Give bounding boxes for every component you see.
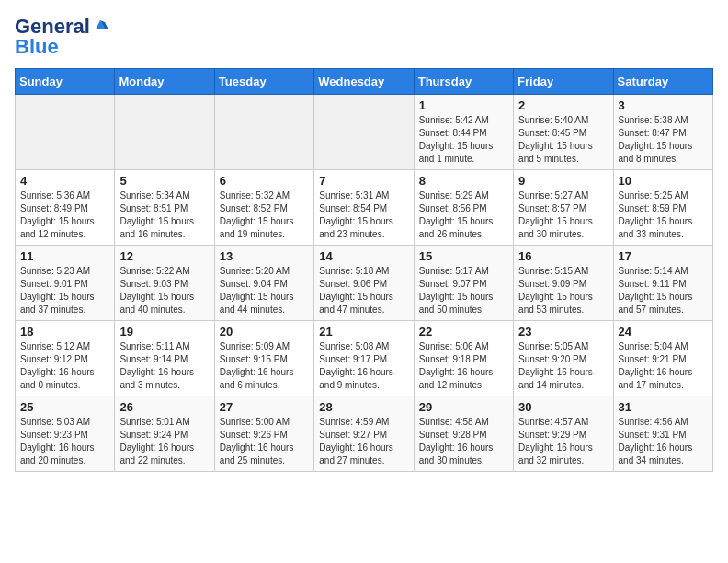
column-header-tuesday: Tuesday xyxy=(214,69,313,95)
column-header-monday: Monday xyxy=(115,69,214,95)
calendar-cell: 14Sunrise: 5:18 AM Sunset: 9:06 PM Dayli… xyxy=(314,246,414,321)
day-info: Sunrise: 5:22 AM Sunset: 9:03 PM Dayligh… xyxy=(119,265,209,316)
day-info: Sunrise: 5:42 AM Sunset: 8:44 PM Dayligh… xyxy=(419,114,508,166)
calendar-cell: 8Sunrise: 5:29 AM Sunset: 8:56 PM Daylig… xyxy=(414,170,513,246)
calendar-cell: 11Sunrise: 5:23 AM Sunset: 9:01 PM Dayli… xyxy=(16,246,115,321)
column-header-wednesday: Wednesday xyxy=(314,69,414,95)
day-number: 13 xyxy=(220,249,309,263)
column-header-sunday: Sunday xyxy=(16,69,115,95)
day-number: 28 xyxy=(319,400,408,414)
day-number: 15 xyxy=(419,249,508,263)
day-info: Sunrise: 5:23 AM Sunset: 9:01 PM Dayligh… xyxy=(20,265,109,316)
day-info: Sunrise: 5:18 AM Sunset: 9:06 PM Dayligh… xyxy=(319,265,408,316)
day-info: Sunrise: 5:03 AM Sunset: 9:23 PM Dayligh… xyxy=(20,416,109,467)
column-header-friday: Friday xyxy=(514,69,613,95)
day-number: 19 xyxy=(119,325,209,339)
day-info: Sunrise: 5:08 AM Sunset: 9:17 PM Dayligh… xyxy=(319,340,408,392)
calendar-cell: 19Sunrise: 5:11 AM Sunset: 9:14 PM Dayli… xyxy=(115,321,214,396)
calendar-cell: 23Sunrise: 5:05 AM Sunset: 9:20 PM Dayli… xyxy=(514,321,613,396)
day-info: Sunrise: 5:12 AM Sunset: 9:12 PM Dayligh… xyxy=(20,340,109,392)
calendar-cell: 2Sunrise: 5:40 AM Sunset: 8:45 PM Daylig… xyxy=(514,95,613,170)
calendar-cell: 10Sunrise: 5:25 AM Sunset: 8:59 PM Dayli… xyxy=(613,170,712,246)
calendar-cell: 13Sunrise: 5:20 AM Sunset: 9:04 PM Dayli… xyxy=(214,246,313,321)
day-info: Sunrise: 5:04 AM Sunset: 9:21 PM Dayligh… xyxy=(619,340,708,392)
page-header: General Blue xyxy=(15,15,713,59)
day-info: Sunrise: 5:29 AM Sunset: 8:56 PM Dayligh… xyxy=(419,190,508,241)
calendar-cell xyxy=(16,95,115,170)
day-info: Sunrise: 4:56 AM Sunset: 9:31 PM Dayligh… xyxy=(619,416,708,467)
day-number: 9 xyxy=(518,174,608,188)
calendar-cell: 30Sunrise: 4:57 AM Sunset: 9:29 PM Dayli… xyxy=(514,396,613,472)
day-number: 6 xyxy=(220,174,309,188)
calendar-cell: 22Sunrise: 5:06 AM Sunset: 9:18 PM Dayli… xyxy=(414,321,513,396)
calendar-cell xyxy=(115,95,214,170)
calendar-cell: 28Sunrise: 4:59 AM Sunset: 9:27 PM Dayli… xyxy=(314,396,414,472)
day-info: Sunrise: 5:01 AM Sunset: 9:24 PM Dayligh… xyxy=(119,416,209,467)
day-number: 23 xyxy=(518,325,608,339)
day-info: Sunrise: 5:25 AM Sunset: 8:59 PM Dayligh… xyxy=(619,190,708,241)
calendar-table: SundayMondayTuesdayWednesdayThursdayFrid… xyxy=(15,68,713,472)
day-number: 7 xyxy=(319,174,408,188)
calendar-cell: 6Sunrise: 5:32 AM Sunset: 8:52 PM Daylig… xyxy=(214,170,313,246)
calendar-cell: 31Sunrise: 4:56 AM Sunset: 9:31 PM Dayli… xyxy=(613,396,712,472)
calendar-cell: 12Sunrise: 5:22 AM Sunset: 9:03 PM Dayli… xyxy=(115,246,214,321)
day-info: Sunrise: 5:32 AM Sunset: 8:52 PM Dayligh… xyxy=(220,190,309,241)
day-info: Sunrise: 5:00 AM Sunset: 9:26 PM Dayligh… xyxy=(220,416,309,467)
day-info: Sunrise: 5:40 AM Sunset: 8:45 PM Dayligh… xyxy=(518,114,608,166)
day-info: Sunrise: 5:14 AM Sunset: 9:11 PM Dayligh… xyxy=(619,265,708,316)
day-number: 3 xyxy=(619,98,708,112)
day-info: Sunrise: 5:38 AM Sunset: 8:47 PM Dayligh… xyxy=(619,114,708,166)
calendar-cell: 29Sunrise: 4:58 AM Sunset: 9:28 PM Dayli… xyxy=(414,396,513,472)
day-number: 14 xyxy=(319,249,408,263)
calendar-cell: 25Sunrise: 5:03 AM Sunset: 9:23 PM Dayli… xyxy=(16,396,115,472)
day-number: 25 xyxy=(20,400,109,414)
day-info: Sunrise: 4:57 AM Sunset: 9:29 PM Dayligh… xyxy=(518,416,608,467)
calendar-week-row: 4Sunrise: 5:36 AM Sunset: 8:49 PM Daylig… xyxy=(16,170,713,246)
day-number: 11 xyxy=(20,249,109,263)
calendar-cell xyxy=(314,95,414,170)
calendar-week-row: 11Sunrise: 5:23 AM Sunset: 9:01 PM Dayli… xyxy=(16,246,713,321)
day-number: 17 xyxy=(619,249,708,263)
day-info: Sunrise: 5:15 AM Sunset: 9:09 PM Dayligh… xyxy=(518,265,608,316)
day-info: Sunrise: 5:05 AM Sunset: 9:20 PM Dayligh… xyxy=(518,340,608,392)
calendar-cell: 9Sunrise: 5:27 AM Sunset: 8:57 PM Daylig… xyxy=(514,170,613,246)
column-header-saturday: Saturday xyxy=(613,69,712,95)
calendar-cell: 27Sunrise: 5:00 AM Sunset: 9:26 PM Dayli… xyxy=(214,396,313,472)
logo-blue: Blue xyxy=(15,35,59,59)
calendar-cell: 3Sunrise: 5:38 AM Sunset: 8:47 PM Daylig… xyxy=(613,95,712,170)
day-number: 20 xyxy=(220,325,309,339)
day-number: 4 xyxy=(20,174,109,188)
day-number: 21 xyxy=(319,325,408,339)
day-info: Sunrise: 5:11 AM Sunset: 9:14 PM Dayligh… xyxy=(119,340,209,392)
day-number: 22 xyxy=(419,325,508,339)
day-info: Sunrise: 5:20 AM Sunset: 9:04 PM Dayligh… xyxy=(220,265,309,316)
calendar-cell: 15Sunrise: 5:17 AM Sunset: 9:07 PM Dayli… xyxy=(414,246,513,321)
day-info: Sunrise: 5:31 AM Sunset: 8:54 PM Dayligh… xyxy=(319,190,408,241)
calendar-week-row: 18Sunrise: 5:12 AM Sunset: 9:12 PM Dayli… xyxy=(16,321,713,396)
calendar-cell: 5Sunrise: 5:34 AM Sunset: 8:51 PM Daylig… xyxy=(115,170,214,246)
calendar-cell: 17Sunrise: 5:14 AM Sunset: 9:11 PM Dayli… xyxy=(613,246,712,321)
day-info: Sunrise: 5:34 AM Sunset: 8:51 PM Dayligh… xyxy=(119,190,209,241)
day-number: 2 xyxy=(518,98,608,112)
day-info: Sunrise: 5:36 AM Sunset: 8:49 PM Dayligh… xyxy=(20,190,109,241)
day-info: Sunrise: 5:06 AM Sunset: 9:18 PM Dayligh… xyxy=(419,340,508,392)
calendar-cell: 16Sunrise: 5:15 AM Sunset: 9:09 PM Dayli… xyxy=(514,246,613,321)
day-number: 5 xyxy=(119,174,209,188)
day-number: 24 xyxy=(619,325,708,339)
day-number: 27 xyxy=(220,400,309,414)
calendar-cell: 26Sunrise: 5:01 AM Sunset: 9:24 PM Dayli… xyxy=(115,396,214,472)
column-header-thursday: Thursday xyxy=(414,69,513,95)
calendar-week-row: 1Sunrise: 5:42 AM Sunset: 8:44 PM Daylig… xyxy=(16,95,713,170)
day-number: 29 xyxy=(419,400,508,414)
day-info: Sunrise: 5:09 AM Sunset: 9:15 PM Dayligh… xyxy=(220,340,309,392)
day-number: 18 xyxy=(20,325,109,339)
calendar-header-row: SundayMondayTuesdayWednesdayThursdayFrid… xyxy=(16,69,713,95)
logo: General Blue xyxy=(15,15,108,59)
day-number: 16 xyxy=(518,249,608,263)
day-info: Sunrise: 5:27 AM Sunset: 8:57 PM Dayligh… xyxy=(518,190,608,241)
day-info: Sunrise: 4:58 AM Sunset: 9:28 PM Dayligh… xyxy=(419,416,508,467)
day-number: 26 xyxy=(119,400,209,414)
calendar-cell: 21Sunrise: 5:08 AM Sunset: 9:17 PM Dayli… xyxy=(314,321,414,396)
day-number: 31 xyxy=(619,400,708,414)
calendar-cell xyxy=(214,95,313,170)
